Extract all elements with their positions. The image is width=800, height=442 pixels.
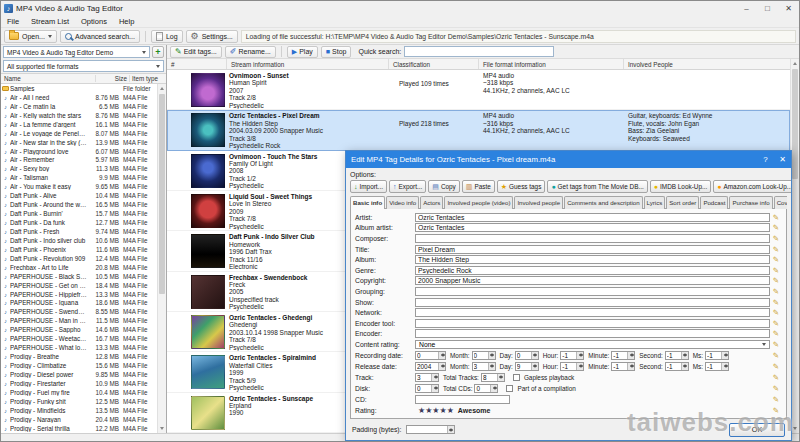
- edit-pencil-icon[interactable]: ✎: [770, 287, 782, 296]
- file-row[interactable]: Air - You make it easy 9.65 MB M4A File: [1, 182, 157, 191]
- spinner-buttons-icon[interactable]: [438, 363, 445, 370]
- file-row[interactable]: Air - New star in the sky (Chanson pour …: [1, 138, 157, 147]
- column-header-involved[interactable]: Involved People: [624, 59, 790, 69]
- date-part-spinner[interactable]: [611, 362, 635, 371]
- field-input[interactable]: [415, 245, 770, 254]
- file-row[interactable]: PAPERHOUSE - Sappho 14.6 MB M4A File: [1, 325, 157, 334]
- dialog-tab[interactable]: Involved people (video): [444, 196, 513, 209]
- dialog-action-button[interactable]: Import...: [350, 180, 387, 193]
- dialog-action-button[interactable]: IMDB Look-Up...: [650, 180, 711, 193]
- dialog-tab[interactable]: Podcast: [700, 196, 728, 209]
- edit-pencil-icon[interactable]: ✎: [770, 395, 782, 404]
- menu-item[interactable]: Help: [113, 16, 140, 28]
- date-part-spinner[interactable]: [472, 362, 496, 371]
- add-folder-button[interactable]: +: [152, 46, 164, 58]
- spinner-input[interactable]: [416, 374, 431, 381]
- file-row[interactable]: PAPERHOUSE - Black Shiny Bug 10.5 MB M4A…: [1, 272, 157, 281]
- format-combobox[interactable]: All supported file formats: [3, 60, 164, 72]
- field-input[interactable]: [415, 308, 770, 317]
- edit-tags-button[interactable]: ✎ Edit tags...: [170, 46, 222, 58]
- file-row[interactable]: Prodigy - Serial thrilla 12.2 MB M4A Fil…: [1, 424, 157, 433]
- file-row[interactable]: PAPERHOUSE - What love was 13.3 MB M4A F…: [1, 343, 157, 352]
- date-part-spinner[interactable]: [665, 362, 689, 371]
- column-header-stream-info[interactable]: Stream information: [227, 59, 389, 69]
- file-row[interactable]: Daft Punk - Phoenix 11.6 MB M4A File: [1, 245, 157, 254]
- spinner-input[interactable]: [706, 352, 721, 359]
- menu-item[interactable]: Options: [75, 16, 113, 28]
- spinner-buttons-icon[interactable]: [627, 352, 634, 359]
- spinner-input[interactable]: [416, 363, 438, 370]
- spinner-buttons-icon[interactable]: [681, 363, 688, 370]
- menu-item[interactable]: File: [1, 16, 25, 28]
- file-row[interactable]: Air - Remember 5.97 MB M4A File: [1, 156, 157, 165]
- dialog-tab[interactable]: Actors: [420, 196, 443, 209]
- spinner-input[interactable]: [666, 352, 681, 359]
- spinner-input[interactable]: [666, 363, 681, 370]
- edit-pencil-icon[interactable]: ✎: [770, 340, 782, 349]
- dialog-action-button[interactable]: Guess tags: [497, 180, 546, 193]
- dialog-tab[interactable]: Purchase info: [729, 196, 772, 209]
- edit-pencil-icon[interactable]: ✎: [770, 329, 782, 338]
- file-row[interactable]: Prodigy - Fuel my fire 10.4 MB M4A File: [1, 388, 157, 397]
- spinner-input[interactable]: [516, 352, 531, 359]
- date-part-spinner[interactable]: [560, 351, 584, 360]
- dialog-tab[interactable]: Lyrics: [644, 196, 666, 209]
- file-row[interactable]: Air - Playground love 6.07 MB M4A File: [1, 147, 157, 156]
- stop-button[interactable]: ■ Stop: [321, 46, 352, 58]
- dialog-tab[interactable]: Sort order: [666, 196, 699, 209]
- dialog-tab[interactable]: Basic info: [350, 196, 385, 209]
- column-header-format[interactable]: File format information: [479, 59, 624, 69]
- dialog-tab[interactable]: Cover art: [774, 196, 787, 209]
- spinner-input[interactable]: [706, 363, 721, 370]
- maximize-button[interactable]: □: [757, 1, 778, 16]
- file-row[interactable]: Prodigy - Funky shit 12.5 MB M4A File: [1, 397, 157, 406]
- content-rating-combobox[interactable]: None: [415, 340, 770, 349]
- file-row[interactable]: Air - Le voyage de Penelope 8.07 MB M4A …: [1, 129, 157, 138]
- dialog-action-button[interactable]: Export...: [389, 180, 426, 193]
- column-header-type[interactable]: Item type: [130, 75, 166, 82]
- file-row[interactable]: Samples File folder: [1, 84, 157, 93]
- stream-row[interactable]: Ovnimoon - Sunset Human Spirit 2007 Trac…: [167, 70, 790, 110]
- edit-pencil-icon[interactable]: ✎: [770, 255, 782, 264]
- file-row[interactable]: Prodigy - Mindfields 13.5 MB M4A File: [1, 406, 157, 415]
- file-row[interactable]: Daft Punk - Alive 10.4 MB M4A File: [1, 191, 157, 200]
- column-header-name[interactable]: Name: [1, 75, 96, 82]
- spinner-input[interactable]: [612, 363, 627, 370]
- spinner-input[interactable]: [473, 363, 488, 370]
- edit-pencil-icon[interactable]: ✎: [770, 245, 782, 254]
- scrollbar-thumb[interactable]: [792, 69, 798, 179]
- file-row[interactable]: Daft Punk - Around the world 16.5 MB M4A…: [1, 200, 157, 209]
- quick-search-input[interactable]: [404, 46, 554, 57]
- edit-pencil-icon[interactable]: ✎: [770, 308, 782, 317]
- column-header-size[interactable]: Size: [96, 75, 130, 82]
- dialog-tab[interactable]: Video info: [386, 196, 419, 209]
- scrollbar-thumb[interactable]: [159, 94, 165, 294]
- file-row[interactable]: Prodigy - Breathe 12.8 MB M4A File: [1, 352, 157, 361]
- file-row[interactable]: Air - Sexy boy 11.3 MB M4A File: [1, 164, 157, 173]
- dialog-action-button[interactable]: Amazon.com Look-Up...: [713, 180, 791, 193]
- file-row[interactable]: Air - La femme d'argent 16.1 MB M4A File: [1, 120, 157, 129]
- spinner-buttons-icon[interactable]: [431, 385, 438, 392]
- file-row[interactable]: Daft Punk - Fresh 9.74 MB M4A File: [1, 227, 157, 236]
- file-row[interactable]: Air - Kelly watch the stars 8.76 MB M4A …: [1, 111, 157, 120]
- spinner-buttons-icon[interactable]: [531, 363, 538, 370]
- file-row[interactable]: Prodigy - Climbatize 15.6 MB M4A File: [1, 361, 157, 370]
- settings-button[interactable]: ⚙ Settings...: [186, 30, 238, 43]
- menu-item[interactable]: Stream List: [25, 16, 75, 28]
- spinner-buttons-icon[interactable]: [531, 352, 538, 359]
- dialog-tab[interactable]: Involved people: [514, 196, 563, 209]
- file-row[interactable]: PAPERHOUSE - Weetachtoe 16.7 MB M4A File: [1, 334, 157, 343]
- dialog-action-button[interactable]: Paste: [462, 180, 495, 193]
- edit-pencil-icon[interactable]: ✎: [770, 276, 782, 285]
- spinner-input[interactable]: [475, 385, 490, 392]
- spinner-buttons-icon[interactable]: [438, 352, 445, 359]
- recording-year-spinner[interactable]: [415, 351, 446, 360]
- file-row[interactable]: Daft Punk - Indo silver club 10.6 MB M4A…: [1, 236, 157, 245]
- scroll-up-icon[interactable]: [793, 62, 797, 65]
- date-part-spinner[interactable]: [611, 351, 635, 360]
- release-year-spinner[interactable]: [415, 362, 446, 371]
- cd-input[interactable]: [415, 395, 510, 404]
- scroll-up-icon[interactable]: [160, 87, 164, 90]
- file-list-scrollbar[interactable]: [157, 84, 166, 433]
- file-row[interactable]: Daft Punk - Burnin' 15.7 MB M4A File: [1, 209, 157, 218]
